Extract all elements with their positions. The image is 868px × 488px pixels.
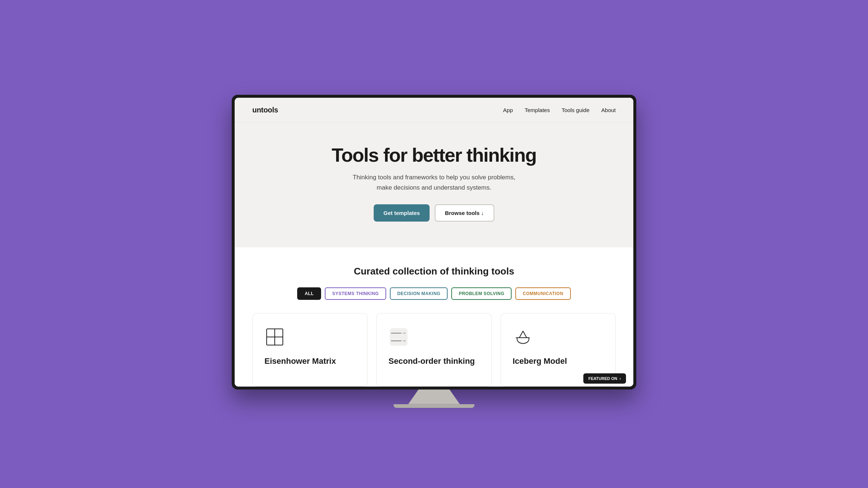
nav-tools-guide[interactable]: Tools guide (562, 107, 590, 113)
second-order-icon: ——→ ——→ (388, 327, 409, 347)
monitor-base (394, 404, 474, 408)
eisenhower-icon (264, 327, 285, 347)
filter-communication[interactable]: COMMUNICATION (515, 287, 570, 300)
featured-badge: FEATURED ON › (583, 373, 626, 384)
hero-section: Tools for better thinking Thinking tools… (235, 123, 633, 247)
monitor-frame: untools App Templates Tools guide About … (232, 95, 636, 390)
monitor-screen: untools App Templates Tools guide About … (235, 98, 633, 387)
filter-decision-making[interactable]: DECISION MAKING (390, 287, 448, 300)
screen-container: untools App Templates Tools guide About … (235, 98, 633, 387)
nav-links: App Templates Tools guide About (503, 107, 616, 114)
hero-subtitle: Thinking tools and frameworks to help yo… (346, 172, 522, 192)
tools-section: Curated collection of thinking tools ALL… (235, 247, 633, 387)
card-eisenhower[interactable]: Eisenhower Matrix (252, 313, 367, 387)
tools-section-title: Curated collection of thinking tools (252, 266, 616, 277)
site-logo[interactable]: untools (252, 106, 278, 114)
card-eisenhower-title: Eisenhower Matrix (264, 356, 355, 367)
filter-all[interactable]: ALL (297, 287, 321, 300)
featured-badge-arrow: › (619, 376, 621, 381)
featured-badge-label: FEATURED ON (588, 376, 618, 381)
browse-tools-button[interactable]: Browse tools ↓ (435, 204, 494, 222)
arrow-line-1: ——→ (391, 330, 406, 336)
card-second-order[interactable]: ——→ ——→ Second-order thinking (376, 313, 491, 387)
navigation: untools App Templates Tools guide About (235, 98, 633, 123)
monitor-stand (408, 390, 460, 404)
filter-systems-thinking[interactable]: SYSTEMS THINKING (325, 287, 386, 300)
nav-app[interactable]: App (503, 107, 513, 113)
filter-problem-solving[interactable]: PROBLEM SOLVING (451, 287, 512, 300)
filter-row: ALL SYSTEMS THINKING DECISION MAKING PRO… (252, 287, 616, 300)
card-iceberg-title: Iceberg Model (513, 356, 604, 367)
card-second-order-title: Second-order thinking (388, 356, 479, 367)
iceberg-icon (513, 327, 533, 347)
get-templates-button[interactable]: Get templates (374, 204, 429, 222)
nav-templates[interactable]: Templates (525, 107, 550, 113)
cards-row: Eisenhower Matrix ——→ ——→ (252, 313, 616, 387)
hero-buttons: Get templates Browse tools ↓ (252, 204, 616, 222)
nav-about[interactable]: About (601, 107, 616, 113)
hero-title: Tools for better thinking (252, 145, 616, 166)
arrow-line-2: ——→ (391, 338, 406, 344)
